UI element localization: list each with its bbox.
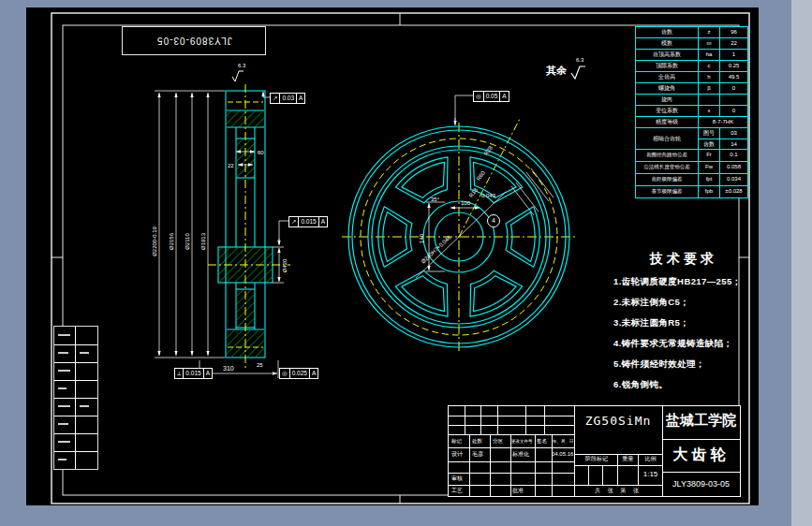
table-row-accuracy: 精度等级8-7-7HK: [636, 117, 747, 128]
dim-chord: 100: [461, 200, 471, 206]
dim-pitch-diameter: Ø2110: [185, 233, 190, 250]
tech-req-title: 技术要求: [613, 251, 754, 268]
label-design: 设计: [451, 451, 463, 458]
gdt-frame-rim: ↗0.03A: [270, 93, 305, 104]
dim-outer-diameter: Ø2200-0.19: [152, 226, 157, 256]
gdt-frame-hub: ↗0.015A: [288, 216, 328, 227]
label-approve: 批准: [512, 488, 524, 494]
surface-roughness-note: 其余 6.3: [546, 64, 569, 78]
tech-req-item: 6.锐角倒钝。: [613, 379, 754, 391]
table-row: 全齿高h49.5: [636, 72, 747, 83]
table-row: 齿数z96: [636, 27, 747, 38]
dim-hub-diameter: Ø420: [282, 258, 288, 272]
dim-height: 140: [419, 233, 424, 243]
gear-front-view: [342, 117, 576, 351]
table-row-mating-gear: 相啮合齿轮 图号03 齿数14: [636, 128, 747, 150]
side-strip-table: [53, 326, 98, 470]
gdt-frame-outer-circle: ◎0.05A: [473, 91, 509, 102]
dim-angle: 35°: [431, 197, 440, 202]
label-weight: 重量: [618, 456, 638, 462]
scale-value: 1:15: [639, 471, 662, 477]
tech-req-item: 3.未标注圆角R5；: [613, 317, 754, 329]
dim-rim-width: 22: [228, 163, 234, 168]
table-row-tolerance: 基节极限偏差fpb±0.028: [636, 186, 747, 197]
drawing-number-top: JLY3809-03-05: [156, 36, 232, 46]
dim-rim-diameter: Ø1913: [200, 232, 206, 250]
runout-icon: ↗: [271, 94, 280, 103]
table-row: 齿顶高系数ha1: [636, 50, 747, 61]
concentricity-icon: ◎: [280, 369, 290, 378]
label-count: 处数: [472, 438, 482, 445]
dimension-texts: Ø2200-0.19 Ø2156 Ø2110 Ø1913 60 22 310 2…: [152, 144, 496, 372]
dimension-lines: [155, 91, 554, 378]
drawing-number: JLY3809-03-05: [662, 479, 740, 489]
table-row-tolerance: 齿距极限偏差fpt0.034: [636, 174, 747, 186]
dim-runout-value: 0.043: [481, 193, 496, 198]
dim-web: 60: [258, 150, 264, 155]
gdt-frame-face-right: ◎0.025A: [279, 368, 318, 379]
table-row: 模数m22: [636, 38, 747, 50]
concentricity-icon: ◎: [474, 92, 484, 101]
table-row-tolerance: 公法线长度变动公差Fw0.058: [636, 162, 747, 174]
tech-req-item: 5.铸件须经时效处理；: [613, 358, 754, 371]
table-row: 旋向: [636, 95, 747, 106]
item-balloon: 4: [487, 214, 500, 227]
dim-offset: 25: [257, 362, 263, 368]
drawing-number-box: JLY3809-03-05: [122, 26, 266, 55]
design-date: 04.05.16: [552, 451, 573, 458]
dim-radius-3: R18: [468, 186, 480, 198]
material: ZG50SiMn: [574, 414, 662, 428]
dim-bore: Ø240H7+0.046: [421, 234, 452, 265]
label-process: 工艺: [451, 488, 463, 494]
label-review: 审核: [451, 475, 463, 482]
perpendicularity-icon: ⟂: [175, 369, 184, 378]
part-name: 大齿轮: [662, 446, 740, 465]
label-scale: 比例: [639, 456, 662, 462]
label-mark: 标记: [451, 438, 462, 445]
dim-radius-2: R60: [476, 169, 487, 182]
table-row: 顶隙系数c0.25: [636, 61, 747, 72]
dim-tip-diameter: Ø2156: [169, 232, 174, 250]
gear-parameter-table: 齿数z96 模数m22 齿顶高系数ha1 顶隙系数c0.25 全齿高h49.5 …: [635, 26, 748, 198]
label-stage: 阶段标记: [576, 456, 617, 462]
table-row: 螺旋角β0: [636, 83, 747, 95]
label-change-file: 更改文件号: [511, 438, 533, 445]
designer-name: 毛彦: [472, 451, 483, 458]
organization-name: 盐城工学院: [662, 412, 740, 430]
tech-req-item: 1.齿轮调质硬度HB217—255；: [613, 276, 754, 288]
table-row: 变位系数x0: [636, 106, 747, 117]
label-standardization: 标准化: [512, 451, 529, 458]
technical-requirements: 技术要求 1.齿轮调质硬度HB217—255； 2.未标注倒角C5； 3.未标注…: [613, 251, 754, 391]
label-signature: 签名: [537, 438, 547, 445]
sheet-count: 共 张 第 张: [574, 488, 662, 494]
runout-icon: ↗: [289, 217, 299, 226]
cad-application-window: Ø2200-0.19 Ø2156 Ø2110 Ø1913 60 22 310 2…: [0, 0, 812, 526]
tech-req-item: 4.铸件要求无常规铸造缺陷；: [613, 338, 754, 350]
label-zone: 分区: [493, 438, 503, 445]
label-date: 年、月、日: [553, 438, 574, 445]
dim-radius-1: R28: [483, 144, 495, 156]
title-block: 标记 处数 分区 更改文件号 签名 年、月、日 设计 毛彦 标准化 04.05.…: [448, 405, 741, 497]
tech-req-item: 2.未标注倒角C5；: [613, 297, 754, 309]
gdt-frame-face-left: ⟂0.015A: [174, 368, 213, 379]
dim-hub-length: 310: [223, 365, 234, 372]
table-row-tolerance: 齿圈径向跳动公差Fr0.1: [636, 150, 747, 162]
